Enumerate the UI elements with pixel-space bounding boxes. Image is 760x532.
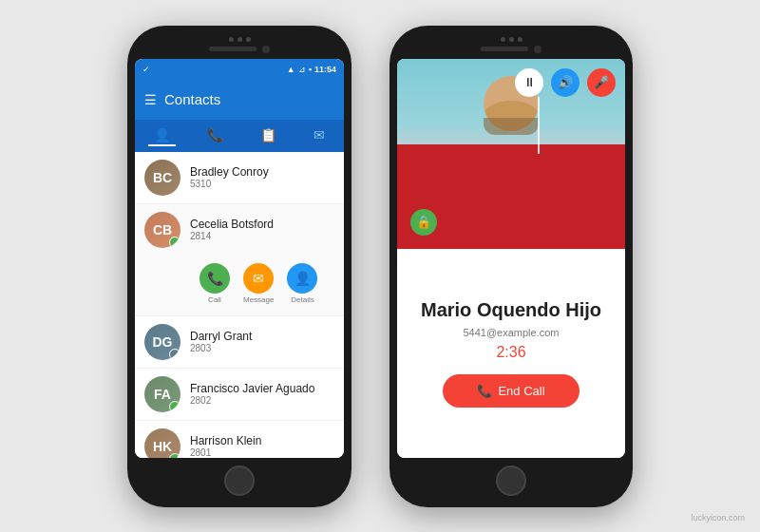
tab-bar: 👤 📞 📋 ✉ [135, 120, 344, 152]
status-right-icons: ▲ ⊿ ▪ 11:54 [287, 65, 336, 74]
avatar: HK [144, 428, 180, 458]
avatar: DG [144, 324, 180, 360]
signal-icon: ▲ [287, 65, 295, 74]
end-call-button[interactable]: 📞 End Call [443, 374, 579, 408]
dot-2 [509, 37, 514, 42]
call-screen: ⏸ 🔊 🎤 🔒 Mario Oquendo Hijo 5441@example.… [397, 59, 625, 458]
tab-messages[interactable]: ✉ [308, 125, 331, 146]
end-call-label: End Call [498, 384, 544, 398]
contact-actions: 📞 Call ✉ Message 👤 Details [144, 257, 334, 308]
menu-icon[interactable]: ☰ [144, 92, 157, 107]
call-label: Call [208, 295, 221, 304]
home-button[interactable] [496, 466, 526, 496]
tab-all-contacts[interactable]: 👤 [148, 125, 176, 146]
contact-info: Francisco Javier Aguado 2802 [190, 382, 334, 406]
avatar-image: BC [144, 160, 180, 196]
contact-id: 2802 [190, 395, 334, 406]
contact-name: Bradley Conroy [190, 165, 334, 179]
contacts-screen: ✓ ▲ ⊿ ▪ 11:54 ☰ Contacts 👤 [135, 59, 344, 458]
contact-info: Cecelia Botsford 2814 [190, 218, 334, 241]
person-body [464, 182, 559, 249]
message-label: Message [243, 295, 274, 304]
contact-id: 5310 [190, 179, 334, 189]
call-action[interactable]: 📞 Call [200, 263, 230, 304]
contact-name: Cecelia Botsford [190, 218, 334, 231]
contact-info: Darryl Grant 2803 [190, 330, 334, 353]
online-badge [169, 401, 180, 412]
call-info: Mario Oquendo Hijo 5441@example.com 2:36… [397, 249, 625, 458]
contact-id: 2801 [190, 447, 334, 458]
contact-item[interactable]: BC Bradley Conroy 5310 [135, 152, 344, 204]
wifi-icon: ⊿ [298, 65, 306, 74]
avatar: BC [144, 160, 180, 196]
home-button[interactable] [224, 466, 255, 496]
watermark: luckyicon.com [691, 513, 745, 522]
contact-name: Francisco Javier Aguado [190, 382, 334, 395]
details-icon: 👤 [287, 263, 317, 294]
call-photo: ⏸ 🔊 🎤 🔒 [397, 59, 625, 249]
call-icon: 📞 [200, 263, 230, 294]
dot-3 [518, 37, 522, 42]
contact-item-expanded[interactable]: CB Cecelia Botsford 2814 📞 Call [135, 204, 344, 316]
front-camera [534, 46, 542, 53]
caller-email: 5441@example.com [463, 327, 559, 338]
contacts-header: ☰ Contacts 👤 [135, 80, 344, 120]
message-icon: ✉ [243, 263, 274, 294]
contact-id: 2803 [190, 343, 334, 353]
contact-item[interactable]: FA Francisco Javier Aguado 2802 [135, 369, 344, 421]
contact-name: Darryl Grant [190, 330, 334, 343]
mute-button[interactable]: 🎤 [587, 68, 616, 97]
pause-button[interactable]: ⏸ [515, 68, 543, 97]
earbud-wire [538, 97, 540, 154]
add-contact-icon[interactable]: 👤 [318, 92, 334, 107]
dot-1 [229, 37, 234, 42]
contact-info: Harrison Klein 2801 [190, 434, 334, 458]
dot-3 [246, 37, 251, 42]
message-action[interactable]: ✉ Message [243, 263, 274, 304]
avatar: FA [144, 376, 180, 412]
call-top-controls: ⏸ 🔊 🎤 [515, 68, 616, 97]
phone-speaker [209, 47, 256, 51]
status-left-icons: ✓ [142, 65, 150, 74]
contacts-title: Contacts [164, 91, 311, 107]
dot-2 [238, 37, 242, 42]
tab-calls[interactable]: 📞 [201, 125, 229, 146]
contact-info: Bradley Conroy 5310 [190, 165, 334, 189]
front-camera [262, 46, 270, 53]
contacts-phone: ✓ ▲ ⊿ ▪ 11:54 ☰ Contacts 👤 [127, 26, 352, 507]
contact-item[interactable]: HK Harrison Klein 2801 [135, 421, 344, 458]
phone-speaker [481, 47, 528, 51]
check-icon: ✓ [142, 65, 150, 74]
status-time: 11:54 [314, 65, 336, 74]
dot-1 [501, 37, 505, 42]
call-phone: ⏸ 🔊 🎤 🔒 Mario Oquendo Hijo 5441@example.… [390, 26, 633, 507]
contacts-list: BC Bradley Conroy 5310 CB [135, 152, 344, 458]
online-badge [169, 237, 180, 248]
status-bar: ✓ ▲ ⊿ ▪ 11:54 [135, 59, 344, 80]
speaker-button[interactable]: 🔊 [551, 68, 580, 97]
call-duration: 2:36 [496, 344, 525, 361]
battery-icon: ▪ [309, 65, 312, 74]
contact-item[interactable]: DG Darryl Grant 2803 [135, 316, 344, 369]
details-label: Details [291, 295, 314, 304]
contact-name: Harrison Klein [190, 434, 334, 447]
contact-id: 2814 [190, 231, 334, 241]
beard [484, 118, 539, 135]
details-action[interactable]: 👤 Details [287, 263, 317, 304]
tab-favorites[interactable]: 📋 [255, 125, 282, 146]
avatar: CB [144, 212, 180, 248]
edit-badge [169, 349, 180, 360]
lock-badge: 🔒 [410, 209, 437, 236]
caller-name: Mario Oquendo Hijo [421, 298, 601, 321]
end-call-icon: 📞 [477, 384, 492, 398]
